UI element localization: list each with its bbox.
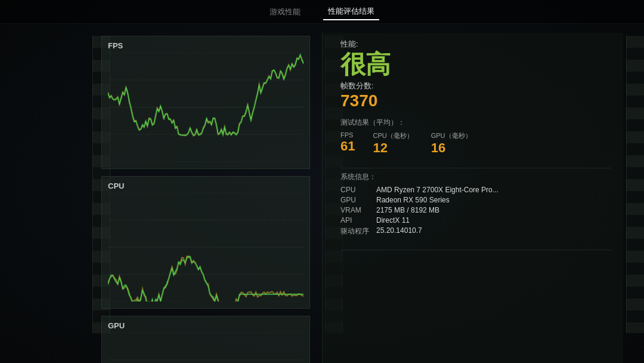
score-label: 帧数分数: <box>340 81 611 91</box>
top-nav: 游戏性能 性能评估结果 <box>0 0 644 24</box>
avg-row: FPS 61 CPU（毫秒） 12 GPU（毫秒） 16 <box>340 131 611 156</box>
avg-gpu: GPU（毫秒） 16 <box>431 131 472 156</box>
fps-chart-area: 87 61 30 <box>108 53 304 162</box>
gpu-val: Radeon RX 590 Series <box>376 196 611 204</box>
divider-2 <box>340 250 611 250</box>
fps-canvas <box>108 53 304 162</box>
cpu-canvas <box>108 193 304 302</box>
cpu-key: CPU <box>340 186 369 194</box>
avg-cpu: CPU（毫秒） 12 <box>373 131 413 156</box>
cpu-chart-label: CPU <box>108 182 304 190</box>
driver-val: 25.20.14010.7 <box>376 226 611 236</box>
performance-value: 很高 <box>340 51 611 78</box>
vram-key: VRAM <box>340 206 369 214</box>
api-val: DirectX 11 <box>376 216 611 224</box>
main-container: 游戏性能 性能评估结果 FPS 87 61 30 CPU <box>0 0 644 363</box>
cpu-val: AMD Ryzen 7 2700X Eight-Core Pro... <box>376 186 611 194</box>
avg-fps: FPS 61 <box>340 131 355 156</box>
avg-gpu-label: GPU（毫秒） <box>431 131 472 140</box>
cpu-chart-panel: CPU 34 12 8 <box>101 176 310 309</box>
divider-1 <box>340 168 611 168</box>
avg-gpu-value: 16 <box>431 140 472 156</box>
tab-benchmark-results[interactable]: 性能评估结果 <box>323 4 379 20</box>
cpu-chart-area: 34 12 8 <box>108 193 304 302</box>
fps-chart-label: FPS <box>108 41 304 50</box>
driver-key: 驱动程序 <box>340 226 369 236</box>
sys-label: 系统信息： <box>340 172 611 182</box>
info-section: 性能: 很高 帧数分数: 7370 测试结果（平均）： FPS 61 CPU（毫… <box>322 33 623 363</box>
gpu-canvas <box>108 333 304 363</box>
gpu-chart-label: GPU <box>108 321 304 330</box>
charts-section: FPS 87 61 30 CPU 34 12 <box>0 33 322 363</box>
tab-game-performance[interactable]: 游戏性能 <box>265 4 305 20</box>
gpu-key: GPU <box>340 196 369 204</box>
gpu-chart-area: 25 16 14 <box>108 333 304 363</box>
score-value: 7370 <box>340 91 611 110</box>
api-key: API <box>340 216 369 224</box>
content-area: FPS 87 61 30 CPU 34 12 <box>0 24 644 363</box>
gpu-chart-panel: GPU 25 16 14 <box>101 316 310 363</box>
avg-label: 测试结果（平均）： <box>340 118 611 128</box>
avg-fps-value: 61 <box>340 139 355 154</box>
sys-info-table: CPU AMD Ryzen 7 2700X Eight-Core Pro... … <box>340 186 611 236</box>
fps-chart-panel: FPS 87 61 30 <box>101 36 310 169</box>
avg-fps-label: FPS <box>340 131 355 139</box>
performance-label: 性能: <box>340 39 611 50</box>
vram-val: 2175 MB / 8192 MB <box>376 206 611 214</box>
avg-cpu-value: 12 <box>373 140 413 156</box>
avg-cpu-label: CPU（毫秒） <box>373 131 413 140</box>
